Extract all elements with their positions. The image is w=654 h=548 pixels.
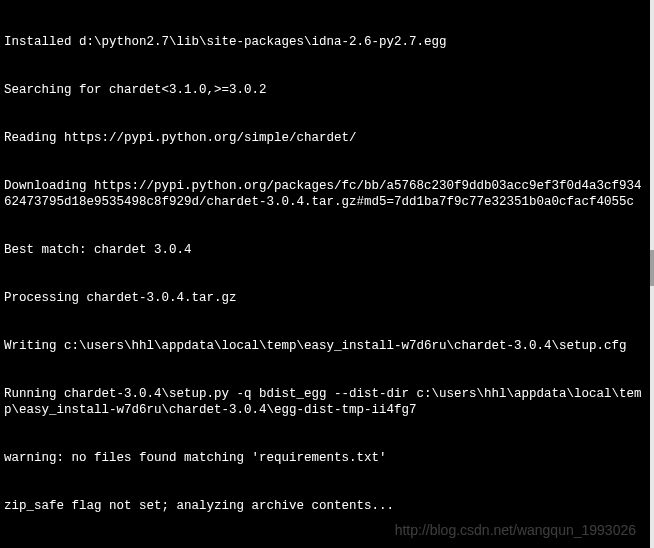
terminal-line: Downloading https://pypi.python.org/pack… bbox=[4, 178, 646, 210]
terminal-line: Reading https://pypi.python.org/simple/c… bbox=[4, 130, 646, 146]
terminal-line: Processing chardet-3.0.4.tar.gz bbox=[4, 290, 646, 306]
vertical-scrollbar[interactable] bbox=[650, 0, 654, 548]
terminal-window[interactable]: Installed d:\python2.7\lib\site-packages… bbox=[0, 0, 650, 548]
terminal-line: Searching for chardet<3.1.0,>=3.0.2 bbox=[4, 82, 646, 98]
terminal-line: Writing c:\users\hhl\appdata\local\temp\… bbox=[4, 338, 646, 354]
terminal-line: Installed d:\python2.7\lib\site-packages… bbox=[4, 34, 646, 50]
scrollbar-thumb[interactable] bbox=[650, 250, 654, 286]
terminal-line: Best match: chardet 3.0.4 bbox=[4, 242, 646, 258]
watermark-text: http://blog.csdn.net/wangqun_1993026 bbox=[395, 522, 636, 538]
terminal-line: warning: no files found matching 'requir… bbox=[4, 450, 646, 466]
terminal-line: zip_safe flag not set; analyzing archive… bbox=[4, 498, 646, 514]
terminal-line: Running chardet-3.0.4\setup.py -q bdist_… bbox=[4, 386, 646, 418]
